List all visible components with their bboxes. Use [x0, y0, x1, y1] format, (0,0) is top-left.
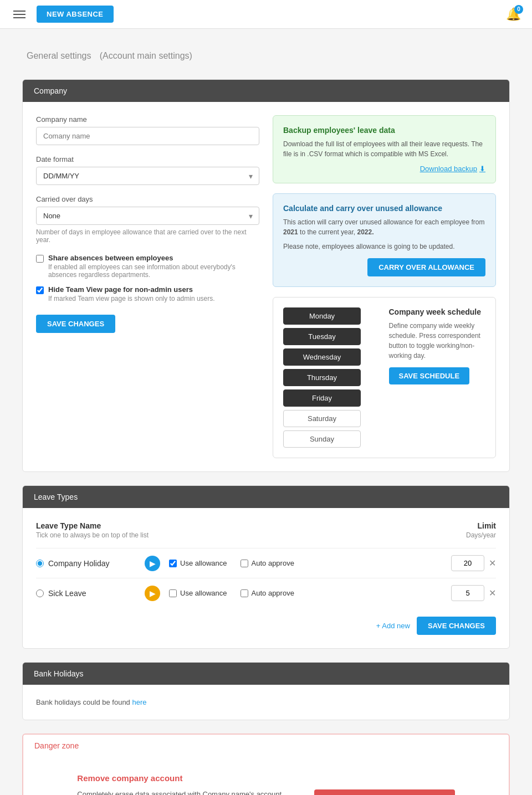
day-buttons: Monday Tuesday Wednesday Thursday Friday…: [283, 307, 380, 448]
danger-zone-section: Danger zone Remove company account Compl…: [22, 734, 510, 795]
carried-over-select[interactable]: None 5 10: [36, 207, 259, 225]
date-format-select-wrapper: DD/MM/YY MM/DD/YY YY/MM/DD: [36, 167, 259, 185]
bank-holidays-text: Bank holidays could be found here: [36, 698, 496, 706]
notification-area: 🔔 0: [506, 7, 521, 22]
leave-radio-sick-leave[interactable]: [36, 589, 44, 597]
notification-badge: 0: [514, 5, 523, 14]
company-section-body: Company name Date format DD/MM/YY MM/DD/…: [23, 102, 509, 471]
leave-types-header: Leave Types: [23, 486, 509, 508]
day-button-saturday[interactable]: Saturday: [283, 410, 361, 427]
day-button-wednesday[interactable]: Wednesday: [283, 348, 361, 366]
limit-input-company-holiday[interactable]: [451, 555, 484, 571]
company-grid: Company name Date format DD/MM/YY MM/DD/…: [36, 115, 496, 458]
backup-panel-text: Download the full list of employees with…: [283, 139, 485, 159]
company-form: Company name Date format DD/MM/YY MM/DD/…: [36, 115, 259, 458]
schedule-title: Company week schedule: [389, 307, 486, 316]
company-section-header: Company: [23, 80, 509, 102]
bank-holidays-header: Bank Holidays: [23, 663, 509, 685]
save-leave-types-button[interactable]: SAVE CHANGES: [417, 617, 496, 635]
date-format-label: Date format: [36, 155, 259, 163]
carryover-button[interactable]: CARRY OVER ALLOWANCE: [367, 258, 485, 276]
save-schedule-button[interactable]: SAVE SCHEDULE: [389, 367, 470, 384]
remove-sick-leave-button[interactable]: ✕: [489, 588, 496, 598]
bank-holidays-body: Bank holidays could be found here: [23, 685, 509, 720]
remove-company-holiday-button[interactable]: ✕: [489, 558, 496, 568]
day-button-sunday[interactable]: Sunday: [283, 430, 361, 448]
page-title: General settings (Account main settings): [22, 45, 510, 63]
header: NEW ABSENCE 🔔 0: [0, 0, 532, 29]
danger-zone-text-block: Remove company account Completely erase …: [77, 773, 292, 795]
limit-input-sick-leave[interactable]: [451, 585, 484, 601]
auto-approve-option-1: Auto approve: [241, 559, 294, 567]
share-absences-text: Share absences between employees If enab…: [48, 254, 259, 279]
carried-over-select-wrapper: None 5 10: [36, 207, 259, 225]
schedule-grid: Monday Tuesday Wednesday Thursday Friday…: [283, 307, 485, 448]
danger-zone-header: Danger zone: [23, 735, 509, 757]
schedule-info: Company week schedule Define company wid…: [389, 307, 486, 384]
carried-over-label: Carried over days: [36, 195, 259, 203]
date-format-group: Date format DD/MM/YY MM/DD/YY YY/MM/DD: [36, 155, 259, 185]
danger-zone-title: Remove company account: [77, 773, 292, 783]
new-absence-button[interactable]: NEW ABSENCE: [37, 6, 114, 23]
leave-types-section: Leave Types Leave Type Name Tick one to …: [22, 485, 510, 649]
use-allowance-option-2: Use allowance: [169, 589, 227, 597]
save-company-button[interactable]: SAVE CHANGES: [36, 315, 115, 333]
danger-zone-body: Remove company account Completely erase …: [23, 757, 509, 795]
schedule-description: Define company wide weekly schedule. Pre…: [389, 321, 486, 361]
bank-holidays-link[interactable]: here: [132, 698, 146, 706]
danger-line1: Completely erase data associated with Co…: [77, 788, 292, 795]
delete-company-button[interactable]: DELETE COMPANY ACCOUNT 🗑: [314, 789, 454, 795]
backup-panel: Backup employees' leave data Download th…: [273, 115, 496, 183]
leave-name-company-holiday: Company Holiday: [36, 559, 136, 568]
day-button-thursday[interactable]: Thursday: [283, 369, 361, 386]
leave-limit-sick-leave: ✕: [451, 585, 496, 601]
leave-options-company-holiday: Use allowance Auto approve: [169, 559, 442, 567]
leave-name-header: Leave Type Name Tick one to always be on…: [36, 521, 149, 539]
use-allowance-checkbox-1[interactable]: [169, 560, 177, 567]
leave-icon-sick-leave[interactable]: ▶: [145, 586, 160, 601]
carryover-panel-text: This action will carry over unused allow…: [283, 217, 485, 237]
share-absences-checkbox[interactable]: [36, 255, 44, 263]
danger-zone-content: Remove company account Completely erase …: [40, 773, 492, 795]
limit-sublabel: Days/year: [466, 531, 496, 539]
leave-name-label: Leave Type Name: [36, 521, 149, 530]
carryover-note: Please note, employees allowance is goin…: [283, 242, 485, 252]
carried-over-help: Number of days in employee allowance tha…: [36, 228, 259, 244]
leave-limit-company-holiday: ✕: [451, 555, 496, 571]
leave-type-actions: + Add new SAVE CHANGES: [36, 617, 496, 635]
carryover-panel: Calculate and carry over unused allowanc…: [273, 193, 496, 287]
leave-icon-company-holiday[interactable]: ▶: [145, 556, 160, 571]
download-icon: ⬇: [479, 165, 485, 173]
day-button-tuesday[interactable]: Tuesday: [283, 328, 361, 345]
date-format-select[interactable]: DD/MM/YY MM/DD/YY YY/MM/DD: [36, 167, 259, 185]
day-button-monday[interactable]: Monday: [283, 307, 361, 325]
share-absences-help: If enabled all employees can see informa…: [48, 263, 259, 279]
download-backup-link[interactable]: Download backup ⬇: [283, 165, 485, 173]
use-allowance-checkbox-2[interactable]: [169, 589, 177, 597]
leave-row-company-holiday: Company Holiday ▶ Use allowance Auto app…: [36, 548, 496, 578]
carried-over-group: Carried over days None 5 10 Number of da…: [36, 195, 259, 244]
hide-team-view-label: Hide Team View page for non-admin users: [48, 285, 215, 294]
header-left: NEW ABSENCE: [11, 6, 114, 23]
add-new-leave-button[interactable]: + Add new: [376, 622, 410, 630]
company-name-input[interactable]: [36, 127, 259, 145]
leave-types-col-headers: Leave Type Name Tick one to always be on…: [36, 521, 496, 539]
leave-radio-company-holiday[interactable]: [36, 560, 44, 567]
right-panels: Backup employees' leave data Download th…: [273, 115, 496, 458]
auto-approve-checkbox-1[interactable]: [241, 560, 248, 567]
leave-name-sick-leave: Sick Leave: [36, 589, 136, 598]
hide-team-view-checkbox[interactable]: [36, 286, 44, 294]
hide-team-view-group: Hide Team View page for non-admin users …: [36, 285, 259, 302]
bank-holidays-section: Bank Holidays Bank holidays could be fou…: [22, 662, 510, 720]
danger-zone-lines: Completely erase data associated with Co…: [77, 788, 292, 795]
hamburger-menu[interactable]: [11, 8, 28, 20]
use-allowance-option-1: Use allowance: [169, 559, 227, 567]
company-section: Company Company name Date format DD/MM/Y…: [22, 79, 510, 472]
leave-limit-header: Limit Days/year: [466, 521, 496, 539]
day-button-friday[interactable]: Friday: [283, 389, 361, 407]
leave-options-sick-leave: Use allowance Auto approve: [169, 589, 442, 597]
limit-label: Limit: [466, 521, 496, 530]
share-absences-label: Share absences between employees: [48, 254, 259, 262]
auto-approve-checkbox-2[interactable]: [241, 589, 248, 597]
leave-types-body: Leave Type Name Tick one to always be on…: [23, 508, 509, 648]
